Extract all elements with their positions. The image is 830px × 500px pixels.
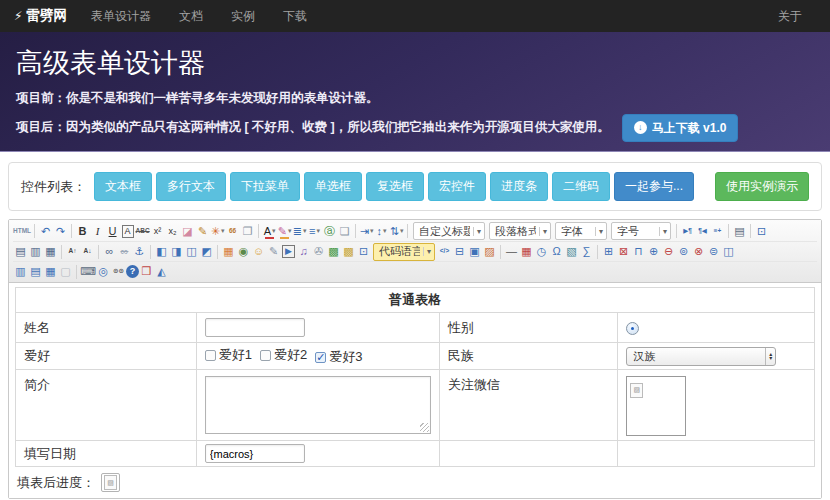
- split-rows-icon[interactable]: ▦: [43, 263, 58, 280]
- merge-cells-icon[interactable]: ⊜: [706, 243, 721, 260]
- delete-table-icon[interactable]: ⊠: [616, 243, 631, 260]
- music-icon[interactable]: ♫: [296, 243, 311, 260]
- drafts-icon[interactable]: ❒: [139, 263, 154, 280]
- iframe-icon[interactable]: ⊡: [356, 243, 371, 260]
- html-source-icon[interactable]: HTML: [13, 223, 31, 240]
- control-button-5[interactable]: 宏控件: [428, 172, 486, 201]
- fontsize-down-icon[interactable]: A↓: [80, 243, 95, 260]
- unordered-list-icon[interactable]: ≡▾: [307, 223, 322, 240]
- new-doc-icon[interactable]: ❏: [337, 223, 352, 240]
- screenshot-icon[interactable]: ◉: [236, 243, 251, 260]
- custom-title-combo[interactable]: 自定义标题▾: [413, 222, 485, 240]
- intro-textarea[interactable]: [205, 376, 431, 434]
- merge-right-icon[interactable]: ▥: [13, 263, 28, 280]
- emotion-icon[interactable]: ☺: [251, 243, 266, 260]
- simple-mode-icon[interactable]: ▤: [732, 223, 747, 240]
- help-icon[interactable]: ?: [126, 265, 139, 278]
- image-right-icon[interactable]: ◨: [169, 243, 184, 260]
- gender-radio[interactable]: [626, 322, 639, 335]
- gmap-icon[interactable]: ▩: [341, 243, 356, 260]
- delete-row-icon[interactable]: ⊖: [661, 243, 676, 260]
- delete-col-icon[interactable]: ⊗: [691, 243, 706, 260]
- insert-row-icon[interactable]: ⊕: [646, 243, 661, 260]
- video-icon[interactable]: ▶: [281, 243, 296, 260]
- join-us-button[interactable]: 一起参与...: [614, 172, 694, 201]
- background-icon[interactable]: ▨: [482, 243, 497, 260]
- align-left-icon[interactable]: ▤: [13, 243, 28, 260]
- link-icon[interactable]: ∞: [102, 243, 117, 260]
- formula-icon[interactable]: ∑: [579, 243, 594, 260]
- nav-item-about[interactable]: 关于: [764, 0, 816, 32]
- font-size-combo[interactable]: 字号▾: [611, 222, 671, 240]
- insert-table-icon[interactable]: ⊞: [601, 243, 616, 260]
- fullscreen-icon[interactable]: ⊡: [754, 223, 769, 240]
- map-icon[interactable]: ▩: [326, 243, 341, 260]
- font-color-icon[interactable]: A▾: [262, 223, 277, 240]
- hobby-option-2[interactable]: ✓爱好3: [315, 348, 362, 366]
- anchor-icon[interactable]: ⚓: [132, 243, 147, 260]
- strikethrough-icon[interactable]: ABC: [135, 223, 150, 240]
- resize-grip-icon[interactable]: [420, 423, 429, 432]
- paragraph-format-combo[interactable]: 段落格式▾: [489, 222, 551, 240]
- control-button-1[interactable]: 多行文本: [156, 172, 226, 201]
- control-button-0[interactable]: 文本框: [94, 172, 152, 201]
- insert-col-icon[interactable]: ⊚: [676, 243, 691, 260]
- highlight-color-icon[interactable]: ✎▾: [277, 223, 292, 240]
- nation-select[interactable]: 汉族 ▴▾: [626, 347, 776, 366]
- control-button-7[interactable]: 二维码: [552, 172, 610, 201]
- auto-color-icon[interactable]: ✳▾: [210, 223, 225, 240]
- special-chars-icon[interactable]: Ω: [549, 243, 564, 260]
- insert-code-icon[interactable]: </>: [437, 243, 452, 260]
- image-left-icon[interactable]: ◧: [154, 243, 169, 260]
- editor-canvas[interactable]: 普通表格 姓名 性别 爱好 爱好1爱好2✓爱好3 民族 汉族 ▴▾: [9, 283, 821, 498]
- unlink-icon[interactable]: ∞: [117, 243, 132, 260]
- checkbox-icon[interactable]: ✓: [315, 352, 326, 363]
- nav-item-3[interactable]: 下载: [269, 0, 321, 32]
- control-button-6[interactable]: 进度条: [490, 172, 548, 201]
- horizontal-rule-icon[interactable]: —: [504, 243, 519, 260]
- nav-item-1[interactable]: 文档: [165, 0, 217, 32]
- line-height-icon[interactable]: ↕▾: [374, 223, 389, 240]
- checkbox-icon[interactable]: [205, 350, 216, 361]
- report-icon[interactable]: ◭: [154, 263, 169, 280]
- control-button-3[interactable]: 单选框: [304, 172, 362, 201]
- scrawl-icon[interactable]: ✎: [266, 243, 281, 260]
- name-input[interactable]: [205, 318, 305, 337]
- superscript-icon[interactable]: x²: [150, 223, 165, 240]
- auto-typeset-icon[interactable]: ≡+: [710, 223, 725, 240]
- attachment-icon[interactable]: ✇: [311, 243, 326, 260]
- merge-down-icon[interactable]: ▤: [28, 263, 43, 280]
- search-replace-icon[interactable]: ⊙⊙: [111, 263, 126, 280]
- split-cols-icon[interactable]: ▢: [58, 263, 73, 280]
- insert-image-icon[interactable]: ▦: [221, 243, 236, 260]
- brand-logo[interactable]: ⚡ 雷劈网: [14, 7, 67, 25]
- split-cells-icon[interactable]: ◫: [721, 243, 736, 260]
- align-center-icon[interactable]: ▥: [28, 243, 43, 260]
- rtl-icon[interactable]: ¶◀: [695, 223, 710, 240]
- demo-button[interactable]: 使用实例演示: [715, 172, 809, 201]
- ltr-icon[interactable]: ▶¶: [680, 223, 695, 240]
- template-icon[interactable]: ▣: [467, 243, 482, 260]
- pagebreak-icon[interactable]: ⊟: [452, 243, 467, 260]
- control-button-4[interactable]: 复选框: [366, 172, 424, 201]
- image-block-icon[interactable]: ◩: [199, 243, 214, 260]
- format-painter-icon[interactable]: ✎: [195, 223, 210, 240]
- preview-icon[interactable]: ◎: [96, 263, 111, 280]
- align-right-icon[interactable]: ▦: [43, 243, 58, 260]
- hobby-option-1[interactable]: 爱好2: [260, 346, 307, 364]
- time-icon[interactable]: ◷: [534, 243, 549, 260]
- italic-icon[interactable]: I: [90, 223, 105, 240]
- nav-item-2[interactable]: 实例: [217, 0, 269, 32]
- image-center-icon[interactable]: ◫: [184, 243, 199, 260]
- print-icon[interactable]: ⌨: [80, 263, 96, 280]
- underline-icon[interactable]: U: [105, 223, 120, 240]
- download-button[interactable]: ↓马上下载 v1.0: [622, 114, 739, 142]
- paste-text-icon[interactable]: ❐: [240, 223, 255, 240]
- eraser-icon[interactable]: ◪: [180, 223, 195, 240]
- font-family-combo[interactable]: 字体▾: [555, 222, 607, 240]
- fontsize-up-icon[interactable]: A↑: [65, 243, 80, 260]
- subscript-icon[interactable]: x₂: [165, 223, 180, 240]
- checkbox-icon[interactable]: [260, 350, 271, 361]
- code-language-combo[interactable]: 代码语言▾: [373, 243, 435, 261]
- date-input[interactable]: [205, 444, 305, 463]
